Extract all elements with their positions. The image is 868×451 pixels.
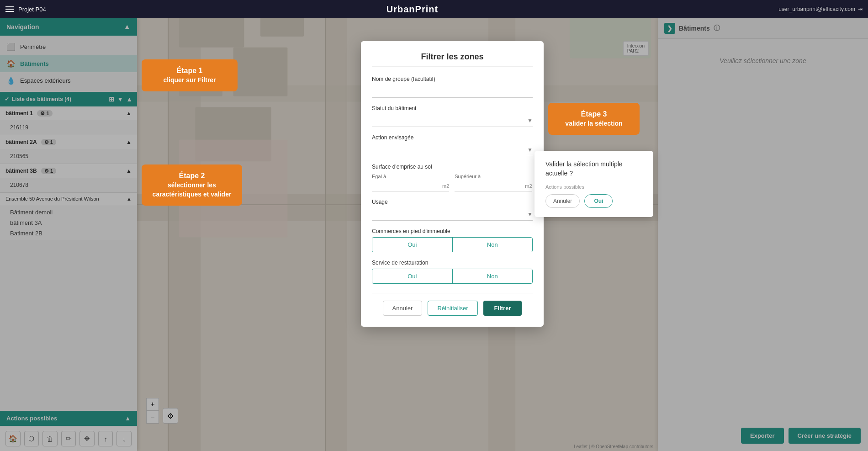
modal-overlay[interactable]: Filtrer les zones Nom de groupe (faculta… (0, 18, 868, 451)
superieur-label: Supérieur à (455, 174, 532, 179)
action-label: Action envisagée (372, 134, 533, 141)
logout-icon[interactable]: ⇥ (858, 6, 863, 12)
modal-footer: Annuler Réinitialiser Filtrer (372, 293, 533, 316)
statut-select[interactable] (372, 117, 533, 124)
validate-oui-btn[interactable]: Oui (584, 194, 613, 208)
commerces-oui-btn[interactable]: Oui (372, 238, 452, 252)
egal-unit: m2 (442, 183, 449, 189)
app-name: UrbanPrint (386, 4, 438, 15)
project-label: Projet P04 (18, 6, 46, 13)
superieur-unit: m2 (525, 183, 532, 189)
form-group-statut: Statut du bâtiment ▼ (372, 105, 533, 127)
surface-superieur: Supérieur à m2 (455, 174, 532, 191)
callout-etape1: Étape 1 cliquer sur Filtrer (142, 59, 238, 91)
user-email: user_urbanprint@efficacity.com (778, 6, 855, 12)
callout-etape1-title: Étape 1 (149, 66, 230, 76)
modal-reset-btn[interactable]: Réinitialiser (428, 301, 477, 316)
commerces-toggle: Oui Non (372, 237, 533, 252)
usage-label: Usage (372, 199, 533, 205)
form-group-surface: Surface d'emprise au sol Egal à m2 Supér… (372, 164, 533, 191)
callout-etape3: Étape 3 valider la sélection (548, 103, 640, 135)
nom-input[interactable] (372, 85, 533, 98)
callout-etape2: Étape 2 sélectionner les caractéristique… (142, 164, 242, 206)
modal-title: Filtrer les zones (372, 52, 533, 67)
nom-label: Nom de groupe (facultatif) (372, 76, 533, 82)
form-group-action: Action envisagée ▼ (372, 134, 533, 156)
commerces-label: Commerces en pied d'immeuble (372, 228, 533, 234)
action-select[interactable] (372, 146, 533, 153)
callout-etape2-title: Étape 2 (149, 171, 235, 181)
form-group-restauration: Service de restauration Oui Non (372, 260, 533, 284)
form-group-commerces: Commerces en pied d'immeuble Oui Non (372, 228, 533, 252)
restauration-oui-btn[interactable]: Oui (372, 269, 452, 283)
form-group-nom: Nom de groupe (facultatif) (372, 76, 533, 98)
callout-etape2-body: sélectionner les caractéristiques et val… (149, 181, 235, 199)
validate-title: Valider la sélection multiple actuelle ? (545, 160, 642, 178)
form-group-usage: Usage ▼ (372, 199, 533, 221)
menu-icon[interactable] (5, 6, 14, 12)
validate-annuler-btn[interactable]: Annuler (545, 194, 580, 208)
statut-label: Statut du bâtiment (372, 105, 533, 111)
commerces-non-btn[interactable]: Non (453, 238, 533, 252)
modal-filter-btn[interactable]: Filtrer (483, 301, 522, 316)
validate-subtitle: Actions possibles (545, 184, 642, 190)
validate-actions: Annuler Oui (545, 194, 642, 208)
filter-modal: Filtrer les zones Nom de groupe (faculta… (361, 41, 544, 327)
restauration-toggle: Oui Non (372, 269, 533, 284)
restauration-label: Service de restauration (372, 260, 533, 266)
usage-select[interactable] (372, 211, 533, 218)
callout-etape1-body: cliquer sur Filtrer (149, 76, 230, 85)
callout-etape3-title: Étape 3 (556, 109, 632, 119)
egal-input[interactable] (372, 183, 440, 189)
modal-cancel-btn[interactable]: Annuler (383, 301, 423, 316)
validate-popup: Valider la sélection multiple actuelle ?… (535, 151, 653, 217)
superieur-input[interactable] (455, 183, 523, 189)
surface-row: Egal à m2 Supérieur à m2 Inférieur à (372, 174, 533, 191)
topbar: Projet P04 UrbanPrint user_urbanprint@ef… (0, 0, 868, 18)
egal-label: Egal à (372, 174, 449, 179)
surface-egal: Egal à m2 (372, 174, 449, 191)
callout-etape3-body: valider la sélection (556, 119, 632, 128)
restauration-non-btn[interactable]: Non (453, 269, 533, 283)
surface-label: Surface d'emprise au sol (372, 164, 533, 170)
